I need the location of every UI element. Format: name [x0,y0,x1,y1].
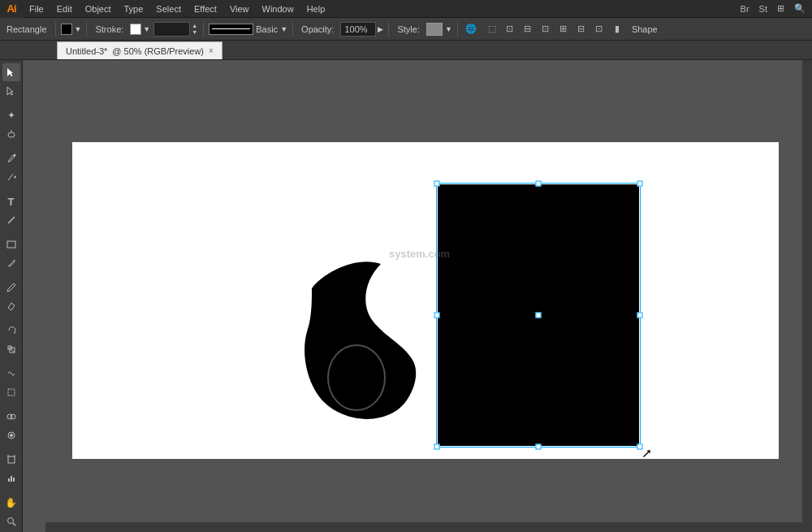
line-tool[interactable] [2,211,20,229]
stroke-spinners[interactable]: ▲ ▼ [192,23,197,35]
svg-line-25 [13,523,15,526]
fill-swatch[interactable] [61,24,72,35]
pen-tool[interactable] [2,149,20,167]
horizontal-scrollbar[interactable] [45,522,812,532]
vertical-scrollbar[interactable] [802,60,812,522]
bar-chart-icon[interactable]: ▮ [609,21,625,37]
canvas-area: system.com [23,60,812,532]
column-graph-tool[interactable] [2,469,20,487]
fill-control[interactable]: ▼ [61,24,82,35]
stroke-line-arrow[interactable]: ▼ [280,25,287,33]
style-swatch[interactable] [426,23,443,36]
opacity-arrow[interactable]: ▶ [378,25,383,33]
tab-subtitle: @ 50% (RGB/Preview) [112,46,204,56]
type-tool[interactable]: T [2,192,20,210]
opacity-input[interactable]: 100% [340,22,376,37]
tab-bar: Untitled-3* @ 50% (RGB/Preview) × [0,41,812,60]
svg-point-17 [10,434,13,437]
stock-icon[interactable]: St [756,4,771,14]
artboard-tool[interactable] [2,451,20,469]
app-bar-right: Br St ⊞ 🔍 [737,3,812,14]
free-transform-tool[interactable] [2,383,20,401]
menu-window[interactable]: Window [256,0,300,17]
warp-tool[interactable] [2,365,20,383]
align-bottom-icon[interactable]: ⊡ [591,21,607,37]
shape-builder-tool[interactable] [2,408,20,426]
nav-tools: ✋ [2,494,20,530]
svg-rect-21 [8,478,10,482]
stroke-control[interactable]: ▼ [130,24,150,35]
stroke-width-control[interactable]: ▲ ▼ [153,22,198,37]
live-paint-tool[interactable] [2,426,20,444]
stroke-label: Stroke: [92,24,127,34]
pencil-tool[interactable] [2,279,20,296]
selection-tool[interactable] [2,63,20,81]
style-arrow[interactable]: ▼ [445,25,452,33]
wave-shape [304,262,416,419]
eraser-tool[interactable] [2,297,20,315]
menu-help[interactable]: Help [300,0,332,17]
rotate-tools [2,322,20,358]
align-top-icon[interactable]: ⊞ [555,21,572,37]
bridge-icon[interactable]: Br [737,4,753,14]
menu-effect[interactable]: Effect [188,0,223,17]
svg-rect-23 [13,478,15,482]
shape-label: Shape [628,24,661,34]
menu-view[interactable]: View [223,0,256,17]
search-icon[interactable]: 🔍 [791,3,809,14]
opacity-control[interactable]: 100% ▶ [340,22,383,37]
magic-tools: ✦ [2,106,20,143]
sep5 [388,22,389,37]
lasso-tool[interactable] [2,125,20,143]
tool-name: Rectangle [3,24,50,34]
align-center-v-icon[interactable]: ⊟ [520,21,536,37]
main-area: ✦ T [0,60,812,532]
rect-tool[interactable] [2,236,20,253]
style-control[interactable]: ▼ [426,23,452,36]
align-left-icon[interactable]: ⊡ [502,21,518,37]
pen-add-tool[interactable] [2,168,20,186]
fill-arrow[interactable]: ▼ [75,25,82,33]
stroke-down[interactable]: ▼ [192,29,197,35]
transform-icon[interactable]: ⬚ [484,21,500,37]
menu-select[interactable]: Select [149,0,188,17]
artwork-svg [72,142,779,459]
menu-file[interactable]: File [23,0,50,17]
stroke-line-preview [209,24,253,35]
left-toolbar: ✦ T [0,60,23,532]
svg-rect-8 [7,241,15,248]
svg-point-15 [11,414,15,419]
menu-object[interactable]: Object [79,0,118,17]
zoom-tool[interactable] [2,513,20,530]
workspace-icon[interactable]: ⊞ [774,3,788,14]
menu-type[interactable]: Type [118,0,150,17]
artboard[interactable]: system.com [72,142,779,459]
app-logo: Ai [0,0,23,18]
stroke-swatch[interactable] [130,24,141,35]
svg-rect-18 [8,456,15,463]
magic-wand-tool[interactable]: ✦ [2,106,20,124]
svg-rect-13 [8,389,15,396]
sep3 [203,22,204,37]
svg-line-12 [11,348,14,352]
direct-select-tool[interactable] [2,82,20,100]
paintbrush-tool[interactable] [2,254,20,272]
stroke-up[interactable]: ▲ [192,23,197,28]
document-tab[interactable]: Untitled-3* @ 50% (RGB/Preview) × [57,41,222,59]
menu-edit[interactable]: Edit [50,0,79,17]
scale-tool[interactable] [2,340,20,358]
align-right-icon[interactable]: ⊡ [538,21,554,37]
rotate-tool[interactable] [2,322,20,340]
hand-tool[interactable]: ✋ [2,494,20,512]
sep6 [457,22,458,37]
stroke-width-input[interactable] [153,22,190,37]
sep4 [292,22,293,37]
tab-close-button[interactable]: × [209,46,214,55]
svg-point-24 [7,518,13,524]
shape-transform-controls: ⬚ ⊡ ⊟ ⊡ ⊞ ⊟ ⊡ ▮ [484,21,625,37]
stroke-arrow[interactable]: ▼ [143,25,150,33]
globe-icon[interactable]: 🌐 [463,21,479,37]
selected-rectangle[interactable] [438,184,639,446]
stroke-line-control[interactable]: Basic ▼ [209,24,287,35]
align-mid-icon[interactable]: ⊟ [573,21,590,37]
